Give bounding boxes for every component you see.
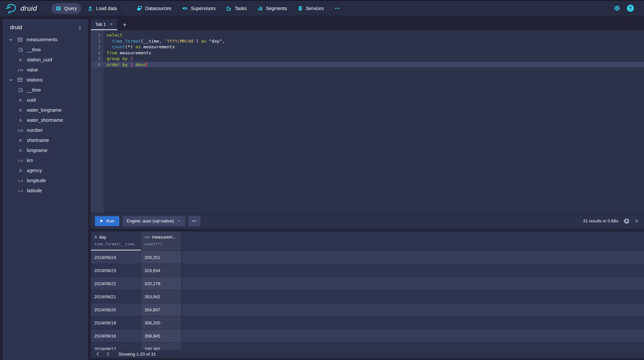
result-cell-measurements[interactable]: 354,807 (141, 303, 181, 316)
druid-home-link[interactable]: druid (5, 3, 37, 13)
tree-column-label: longname (27, 148, 48, 153)
string-type-icon: A (17, 108, 24, 113)
result-cell-day[interactable]: 2024/06/18 (91, 329, 141, 342)
table-icon (17, 37, 23, 42)
sql-editor[interactable]: 1select2 time_format(__time, 'YYYY/MM/dd… (91, 30, 644, 213)
tab-1[interactable]: Tab 1 ✕ (91, 19, 117, 30)
more-options-button[interactable]: ••• (188, 216, 200, 226)
panel-divider[interactable] (91, 229, 644, 232)
nav-item-label: Tasks (235, 6, 247, 11)
tree-column-number[interactable]: 123number (3, 125, 88, 135)
nav-item-query[interactable]: Query (51, 3, 81, 14)
tree-column-water_shortname[interactable]: Awater_shortname (3, 115, 88, 125)
result-row: 2024/06/22320,179 (91, 277, 644, 290)
row-filler (181, 277, 644, 290)
schema-sidebar: druid measurements__timeAstation_uuid123… (3, 19, 88, 360)
result-cell-day[interactable]: 2024/06/19 (91, 316, 141, 329)
top-navigation-bar: druid QueryLoad dataDatasourcesSuperviso… (0, 0, 644, 16)
tree-column-label: longitude (27, 178, 46, 183)
float-type-icon: 1.0 (17, 159, 24, 162)
schema-selector[interactable]: druid (3, 23, 88, 35)
help-icon[interactable]: ? (627, 5, 634, 12)
result-cell-measurements[interactable]: 324,934 (141, 264, 181, 277)
engine-select-button[interactable]: Engine: auto (sql-native) (123, 216, 185, 226)
nav-item-supervisors[interactable]: Supervisors (178, 3, 220, 14)
tree-column-label: latitude (27, 188, 42, 193)
tree-column-value[interactable]: 123value (3, 65, 88, 75)
column-header-measurements[interactable]: 123measurem...count(*) (141, 232, 181, 251)
close-results-icon[interactable]: ✕ (633, 218, 640, 224)
bottom-scrollbar-track[interactable] (91, 358, 644, 360)
line-number: 3 (91, 44, 104, 50)
run-button-label: Run (106, 218, 114, 223)
tree-column-agency[interactable]: Aagency (3, 165, 88, 175)
prev-page-button[interactable] (94, 350, 102, 358)
code-text: from measurements (104, 50, 644, 56)
tree-column-shortname[interactable]: Ashortname (3, 135, 88, 145)
result-cell-measurements[interactable]: 353,942 (141, 290, 181, 303)
tree-table-label: measurements (26, 37, 58, 42)
integer-type-icon: 123 (17, 68, 24, 72)
text-cursor (146, 62, 147, 67)
more-icon (335, 6, 340, 11)
code-text: count(*) as measurements (104, 44, 644, 50)
query-tab-bar: Tab 1 ✕ + (91, 19, 644, 30)
tree-column-water_longname[interactable]: Awater_longname (3, 105, 88, 115)
result-cell-measurements[interactable]: 356,200 (141, 316, 181, 329)
row-filler (181, 290, 644, 303)
column-name-label: day (99, 235, 106, 240)
result-row: 2024/06/18356,845 (91, 329, 644, 343)
result-cell-measurements[interactable]: 330,387 (141, 343, 181, 350)
nav-item-segments[interactable]: Segments (253, 3, 291, 14)
nav-item-datasources[interactable]: Datasources (132, 3, 176, 14)
result-cell-measurements[interactable]: 356,845 (141, 329, 181, 342)
pagination-label: Showing 1-20 of 31 (118, 352, 156, 357)
result-row: 2024/06/23324,934 (91, 264, 644, 277)
nav-item-load-data[interactable]: Load data (83, 3, 121, 14)
column-name: Aday (94, 235, 137, 240)
tree-column-longname[interactable]: Alongname (3, 145, 88, 155)
string-type-icon: A (94, 235, 97, 240)
result-cell-day[interactable]: 2024/06/22 (91, 277, 141, 290)
download-results-icon[interactable] (624, 218, 630, 224)
result-cell-day[interactable]: 2024/06/17 (91, 343, 141, 350)
column-header-day[interactable]: Adaytime_format(__time, … (91, 232, 141, 251)
tree-column-km[interactable]: 1.0km (3, 155, 88, 165)
next-page-button[interactable] (104, 350, 112, 358)
tree-column-longitude[interactable]: 1.0longitude (3, 175, 88, 186)
nav-item-more[interactable] (330, 3, 345, 14)
result-cell-day[interactable]: 2024/06/24 (91, 251, 141, 264)
tree-column-latitude[interactable]: 1.0latitude (3, 186, 88, 196)
result-cell-day[interactable]: 2024/06/21 (91, 290, 141, 303)
druid-logo-icon (5, 3, 17, 13)
chevron-down-icon (9, 38, 14, 42)
tree-table-stations[interactable]: stations (3, 75, 88, 85)
tree-column-station_uuid[interactable]: Astation_uuid (3, 55, 88, 65)
nav-item-tasks[interactable]: Tasks (222, 3, 251, 14)
new-tab-button[interactable]: + (117, 19, 132, 30)
result-cell-measurements[interactable]: 320,179 (141, 277, 181, 290)
result-cell-measurements[interactable]: 200,251 (141, 251, 181, 264)
nav-item-services[interactable]: Services (293, 3, 328, 14)
tab-close-icon[interactable]: ✕ (110, 22, 113, 27)
tree-column-__time[interactable]: __time (3, 85, 88, 95)
run-bar: Run Engine: auto (sql-native) ••• 31 res… (91, 213, 644, 229)
result-cell-day[interactable]: 2024/06/20 (91, 303, 141, 316)
database-icon (298, 6, 303, 11)
line-number: 1 (91, 32, 104, 38)
tree-column-label: __time (27, 87, 41, 93)
tree-column-label: water_shortname (27, 117, 63, 123)
settings-gear-icon[interactable] (614, 5, 620, 11)
float-type-icon: 1.0 (17, 179, 24, 183)
tree-column-uuid[interactable]: Auuid (3, 95, 88, 105)
time-icon (17, 88, 24, 93)
run-button[interactable]: Run (95, 216, 119, 226)
tree-table-measurements[interactable]: measurements (3, 35, 88, 45)
string-type-icon: A (17, 98, 24, 103)
code-line-5: 5group by 1 (91, 56, 644, 62)
tree-column-__time[interactable]: __time (3, 45, 88, 55)
code-line-1: 1select (91, 32, 644, 38)
result-cell-day[interactable]: 2024/06/23 (91, 264, 141, 277)
nav-item-label: Datasources (145, 6, 172, 11)
string-type-icon: A (17, 168, 24, 173)
